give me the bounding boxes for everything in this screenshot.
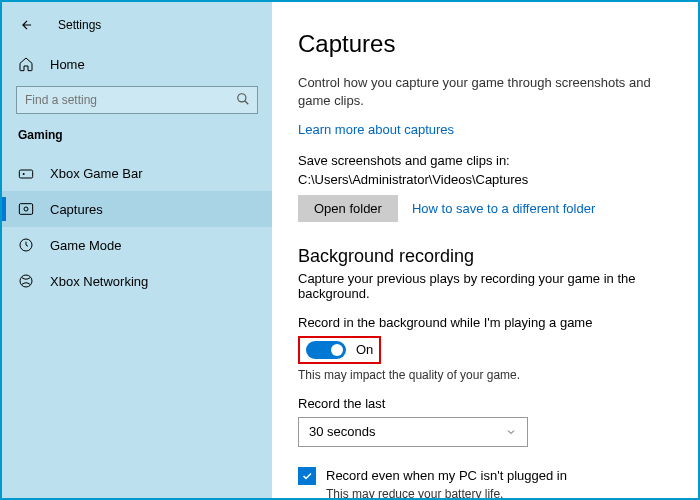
nav-label: Captures xyxy=(50,202,103,217)
chevron-down-icon xyxy=(505,426,517,438)
learn-more-link[interactable]: Learn more about captures xyxy=(298,122,454,137)
svg-point-5 xyxy=(20,275,32,287)
xbox-networking-icon xyxy=(18,273,34,289)
record-unplugged-checkbox[interactable] xyxy=(298,467,316,485)
sidebar-item-game-mode[interactable]: Game Mode xyxy=(2,227,272,263)
nav-label: Game Mode xyxy=(50,238,122,253)
record-unplugged-label: Record even when my PC isn't plugged in xyxy=(326,468,567,483)
nav-label: Xbox Networking xyxy=(50,274,148,289)
record-background-label: Record in the background while I'm playi… xyxy=(298,315,672,330)
background-recording-sub: Capture your previous plays by recording… xyxy=(298,271,672,301)
back-button[interactable] xyxy=(18,16,36,34)
main-content: Captures Control how you capture your ga… xyxy=(272,2,698,498)
record-last-select[interactable]: 30 seconds xyxy=(298,417,528,447)
record-last-label: Record the last xyxy=(298,396,672,411)
sidebar: Settings Home Gaming Xbox Game Bar Captu… xyxy=(2,2,272,498)
record-background-toggle[interactable] xyxy=(306,341,346,359)
svg-point-0 xyxy=(238,94,246,102)
nav-label: Xbox Game Bar xyxy=(50,166,143,181)
settings-title: Settings xyxy=(58,18,101,32)
game-mode-icon xyxy=(18,237,34,253)
arrow-left-icon xyxy=(20,18,34,32)
search-input[interactable] xyxy=(16,86,258,114)
svg-rect-1 xyxy=(19,170,32,178)
check-icon xyxy=(301,470,313,482)
captures-icon xyxy=(18,201,34,217)
sidebar-item-captures[interactable]: Captures xyxy=(2,191,272,227)
svg-point-3 xyxy=(24,207,28,211)
game-bar-icon xyxy=(18,167,34,181)
svg-rect-2 xyxy=(19,204,32,215)
save-path-text: Save screenshots and game clips in: C:\U… xyxy=(298,152,672,188)
battery-hint: This may reduce your battery life. xyxy=(326,487,672,498)
select-value: 30 seconds xyxy=(309,424,376,439)
page-description: Control how you capture your game throug… xyxy=(298,74,672,110)
sidebar-home[interactable]: Home xyxy=(2,48,272,80)
toggle-state-label: On xyxy=(356,342,373,357)
page-title: Captures xyxy=(298,30,672,58)
sidebar-item-xbox-networking[interactable]: Xbox Networking xyxy=(2,263,272,299)
background-recording-heading: Background recording xyxy=(298,246,672,267)
search-icon xyxy=(236,92,250,106)
home-label: Home xyxy=(50,57,85,72)
how-to-save-link[interactable]: How to save to a different folder xyxy=(412,201,595,216)
quality-hint: This may impact the quality of your game… xyxy=(298,368,672,382)
open-folder-button[interactable]: Open folder xyxy=(298,195,398,222)
sidebar-item-xbox-game-bar[interactable]: Xbox Game Bar xyxy=(2,156,272,191)
home-icon xyxy=(18,56,34,72)
toggle-highlight: On xyxy=(298,336,381,364)
category-label: Gaming xyxy=(2,128,272,156)
